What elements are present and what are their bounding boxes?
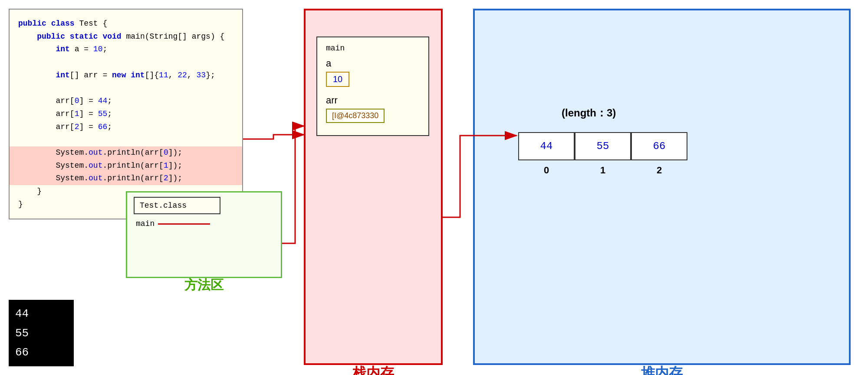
array-length-label: (length：3) [562,106,616,120]
stack-panel: main a 10 arr [I@4c873330 栈内存 [304,9,443,365]
var-arr-value: [I@4c873330 [326,109,385,123]
array-indices: 0 1 2 [518,165,687,176]
method-area-title: 方法区 [184,276,224,294]
console-line-2: 55 [15,324,67,343]
code-to-stack-arrow [243,135,304,139]
test-class-label: Test.class [140,201,187,210]
code-line-12: System.out.println(arr[1]); [18,159,233,173]
code-line-2: public static void main(String[] args) { [18,30,233,43]
console-line-1: 44 [15,304,67,323]
heap-panel: (length：3) 44 55 66 0 1 2 堆内存 [473,9,851,365]
main-method-label: main [136,219,155,228]
code-line-10 [18,133,233,146]
array-index-2: 2 [631,165,687,176]
stack-frame-main: main a 10 arr [I@4c873330 [316,37,429,136]
code-line-6 [18,82,233,95]
code-line-7: arr[0] = 44; [18,95,233,108]
var-arr-label: arr [326,95,420,106]
code-line-9: arr[2] = 66; [18,121,233,134]
code-line-4 [18,56,233,69]
frame-title: main [326,44,420,53]
highlight-block: System.out.println(arr[0]); System.out.p… [10,146,242,185]
main-method-row: main [134,219,274,228]
array-index-1: 1 [575,165,631,176]
console-panel: 44 55 66 [9,300,74,366]
array-cell-0: 44 [518,132,575,160]
array-index-0: 0 [518,165,575,176]
code-line-1: public class Test { [18,17,233,30]
stack-title: 栈内存 [352,364,394,375]
code-line-8: arr[1] = 55; [18,108,233,121]
code-line-5: int[] arr = new int[]{11, 22, 33}; [18,69,233,82]
array-cell-2: 66 [631,132,687,160]
code-panel: public class Test { public static void m… [9,9,243,219]
array-cell-1: 55 [575,132,631,160]
var-a-label: a [326,58,420,69]
code-line-13: System.out.println(arr[2]); [18,172,233,185]
console-line-3: 66 [15,343,67,362]
main-arrow-line [158,223,210,225]
code-line-11: System.out.println(arr[0]); [18,146,233,159]
var-a-value: 10 [326,72,349,87]
array-container: 44 55 66 [518,132,687,160]
code-line-3: int a = 10; [18,43,233,56]
test-class-box: Test.class [134,197,220,214]
method-to-stack-arrow [282,126,304,243]
method-area: Test.class main 方法区 [126,191,282,278]
heap-title: 堆内存 [641,364,683,375]
